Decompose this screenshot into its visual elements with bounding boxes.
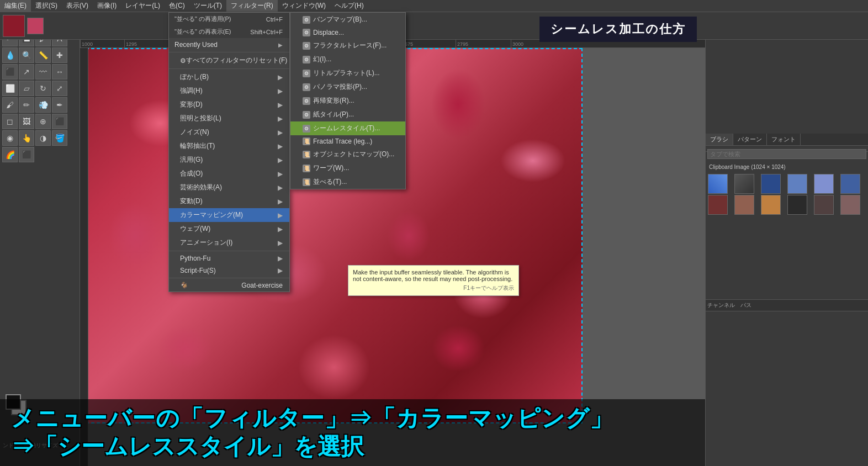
tool-heal[interactable]: ⊕ — [35, 114, 51, 129]
color-mapping-label: カラーマッピング(M) — [180, 210, 243, 220]
brush-tab-brushes[interactable]: ブラシ — [706, 134, 733, 145]
filter-distort-item[interactable]: 変形(D) ▶ — [169, 98, 289, 112]
reapply-label: "並べる" の再適用(P) — [174, 15, 231, 23]
submenu-displace[interactable]: ⚙ Displace... — [290, 27, 405, 39]
tool-dodge-burn[interactable]: ◑ — [35, 130, 51, 146]
tool-smudge[interactable]: 👆 — [19, 130, 34, 146]
filter-generic-item[interactable]: 汎用(G) ▶ — [169, 153, 289, 167]
filter-blur-item[interactable]: ぼかし(B) ▶ — [169, 70, 289, 84]
filter-edge-item[interactable]: 輪郭抽出(T) ▶ — [169, 139, 289, 153]
menu-divider — [169, 251, 289, 251]
brush-item-2[interactable] — [761, 174, 781, 194]
filter-animation-item[interactable]: アニメーション(I) ▶ — [169, 236, 289, 250]
brush-item-10[interactable] — [814, 195, 834, 215]
brush-search-input[interactable] — [707, 149, 866, 159]
filter-script-fu-item[interactable]: Script-Fu(S) ▶ — [169, 264, 289, 277]
brush-tab-fonts[interactable]: フォント — [767, 134, 801, 145]
filter-python-fu-item[interactable]: Python-Fu ▶ — [169, 252, 289, 264]
filter-noise-item[interactable]: ノイズ(N) ▶ — [169, 125, 289, 139]
search-area — [706, 146, 868, 162]
redisplay-shortcut: Shift+Ctrl+F — [250, 29, 283, 35]
tool-move[interactable]: ✚ — [52, 47, 67, 63]
tool-flip[interactable]: ↔ — [52, 64, 67, 80]
filter-reapply-item[interactable]: "並べる" の再適用(P) Ctrl+F — [169, 13, 289, 25]
brush-item-8[interactable] — [761, 195, 781, 215]
color-mapping-arrow: ▶ — [278, 211, 283, 219]
menu-view[interactable]: 表示(V) — [62, 0, 93, 12]
tool-align[interactable]: ⬛ — [2, 64, 18, 80]
menu-layer[interactable]: レイヤー(L) — [121, 0, 165, 12]
tool-airbrush[interactable]: 💨 — [35, 97, 51, 113]
distort-arrow: ▶ — [278, 101, 283, 109]
brush-item-3[interactable] — [787, 174, 807, 194]
tool-blend[interactable]: 🌈 — [2, 147, 18, 162]
submenu-fractal-legacy[interactable]: 📜 Fractal Trace (leg...) — [290, 135, 405, 147]
brush-item-4[interactable] — [814, 174, 834, 194]
menu-tools[interactable]: ツール(T) — [189, 0, 226, 12]
menu-edit[interactable]: 編集(E) — [0, 0, 31, 12]
menu-image[interactable]: 画像(I) — [93, 0, 121, 12]
brush-item-11[interactable] — [840, 195, 860, 215]
menu-window[interactable]: ウィンドウ(W) — [278, 0, 330, 12]
edge-arrow: ▶ — [278, 142, 283, 150]
filter-motion-item[interactable]: 変動(D) ▶ — [169, 194, 289, 208]
filter-dropdown-menu: "並べる" の再適用(P) Ctrl+F "並べる" の再表示(E) Shift… — [168, 12, 290, 292]
tool-transform[interactable]: ↗ — [19, 64, 34, 80]
tool-scale[interactable]: ⤢ — [52, 81, 67, 96]
submenu-map-object[interactable]: 📜 オブジェクトにマップ(O)... — [290, 147, 405, 161]
tool-bucket[interactable]: 🪣 — [52, 130, 67, 146]
filter-icon: ⚙ — [180, 57, 186, 65]
tool-zoom[interactable]: 🔍 — [19, 47, 34, 63]
brush-item-5[interactable] — [840, 174, 860, 194]
submenu-illusion[interactable]: ⚙ 幻(I)... — [290, 52, 405, 66]
tool-pencil[interactable]: ✏ — [19, 97, 34, 113]
brush-item-clipboard[interactable] — [708, 174, 728, 194]
menu-help[interactable]: ヘルプ(H) — [330, 0, 368, 12]
submenu-recursive[interactable]: ⚙ 再帰変形(R)... — [290, 94, 405, 108]
submenu-seamless-tile[interactable]: ⚙ シームレスタイル(T)... — [290, 121, 405, 135]
tool-crop[interactable]: ⬜ — [2, 81, 18, 96]
submenu-fractal-trace[interactable]: ⚙ フラクタルトレース(F)... — [290, 39, 405, 52]
tool-perspective-clone[interactable]: ⬛ — [52, 114, 67, 129]
tool-perspective[interactable]: ▱ — [19, 81, 34, 96]
tool-warp[interactable]: 〰 — [35, 64, 51, 80]
tool-rotate[interactable]: ↻ — [35, 81, 51, 96]
submenu-bumpmap[interactable]: ⚙ バンプマップ(B)... — [290, 13, 405, 27]
enhance-arrow: ▶ — [278, 87, 283, 95]
filter-combine-item[interactable]: 合成(O) ▶ — [169, 167, 289, 181]
menu-color[interactable]: 色(C) — [165, 0, 189, 12]
filter-redisplay-item[interactable]: "並べる" の再表示(E) Shift+Ctrl+F — [169, 25, 289, 38]
recently-used-section[interactable]: Recently Used ▶ — [169, 38, 289, 51]
brush-tab-patterns[interactable]: パターン — [733, 134, 767, 145]
tool-clone[interactable]: 🖼 — [19, 114, 34, 129]
submenu-tile[interactable]: 📜 並べる(T)... — [290, 175, 405, 189]
filter-enhance-item[interactable]: 強調(H) ▶ — [169, 84, 289, 98]
filter-goat-item[interactable]: 🐐 Goat-exercise — [169, 279, 289, 292]
menu-select[interactable]: 選択(S) — [31, 0, 62, 12]
little-planet-label: リトルプラネット(L)... — [313, 68, 380, 78]
filter-light-item[interactable]: 照明と投影(L) ▶ — [169, 112, 289, 125]
submenu-warp[interactable]: 📜 ワープ(W)... — [290, 161, 405, 175]
tool-measure[interactable]: 📏 — [35, 47, 51, 63]
tool-ink[interactable]: ✒ — [52, 97, 67, 113]
filter-color-mapping-item[interactable]: カラーマッピング(M) ▶ — [169, 208, 289, 222]
menu-filter[interactable]: フィルター(R) — [226, 0, 278, 12]
brush-item-1[interactable] — [734, 174, 754, 194]
tool-brush[interactable]: 🖌 — [2, 97, 18, 113]
submenu-panorama[interactable]: ⚙ パノラマ投影(P)... — [290, 80, 405, 94]
tool-erase[interactable]: ◻ — [2, 114, 18, 129]
animation-label: アニメーション(I) — [180, 238, 232, 247]
menu-divider — [169, 278, 289, 278]
tool-convolve[interactable]: ⬛ — [19, 147, 34, 162]
filter-web-item[interactable]: ウェブ(W) ▶ — [169, 222, 289, 236]
brush-item-6[interactable] — [708, 195, 728, 215]
filter-reset-item[interactable]: ⚙ すべてのフィルターのリセット(F) — [169, 54, 289, 67]
tool-color-picker[interactable]: 💧 — [2, 47, 18, 63]
tool-blur-sharpen[interactable]: ◉ — [2, 130, 18, 146]
brush-item-7[interactable] — [734, 195, 754, 215]
submenu-paper-tile[interactable]: ⚙ 紙タイル(P)... — [290, 108, 405, 121]
filter-artistic-item[interactable]: 芸術的効果(A) ▶ — [169, 181, 289, 194]
submenu-little-planet[interactable]: ⚙ リトルプラネット(L)... — [290, 66, 405, 80]
tooltip-text: Make the input buffer seamlessly tileabl… — [353, 269, 512, 282]
brush-item-9[interactable] — [787, 195, 807, 215]
